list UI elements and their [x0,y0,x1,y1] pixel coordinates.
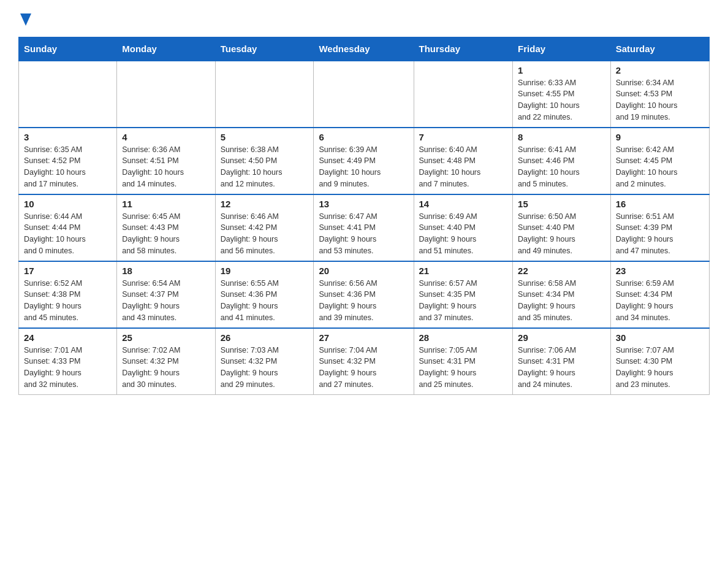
weekday-header-thursday: Thursday [414,37,513,61]
calendar-day-cell: 15Sunrise: 6:50 AM Sunset: 4:40 PM Dayli… [513,194,611,261]
calendar-week-row: 3Sunrise: 6:35 AM Sunset: 4:52 PM Daylig… [19,128,710,194]
day-number: 23 [616,266,704,276]
day-info: Sunrise: 6:58 AM Sunset: 4:34 PM Dayligh… [518,278,605,324]
day-info: Sunrise: 6:49 AM Sunset: 4:40 PM Dayligh… [419,211,508,257]
calendar-day-cell: 7Sunrise: 6:40 AM Sunset: 4:48 PM Daylig… [414,128,513,194]
calendar-day-cell: 28Sunrise: 7:05 AM Sunset: 4:31 PM Dayli… [414,328,513,395]
day-info: Sunrise: 6:52 AM Sunset: 4:38 PM Dayligh… [24,278,112,324]
logo [18,12,31,26]
day-info: Sunrise: 6:54 AM Sunset: 4:37 PM Dayligh… [122,278,210,324]
day-number: 11 [122,199,210,209]
calendar-day-cell: 22Sunrise: 6:58 AM Sunset: 4:34 PM Dayli… [513,261,611,328]
calendar-day-cell: 3Sunrise: 6:35 AM Sunset: 4:52 PM Daylig… [19,128,117,194]
day-info: Sunrise: 7:01 AM Sunset: 4:33 PM Dayligh… [24,345,112,391]
day-info: Sunrise: 6:34 AM Sunset: 4:53 PM Dayligh… [616,77,704,123]
weekday-header-monday: Monday [117,37,215,61]
day-number: 18 [122,266,210,276]
weekday-header-saturday: Saturday [610,37,709,61]
calendar-day-cell: 25Sunrise: 7:02 AM Sunset: 4:32 PM Dayli… [117,328,215,395]
calendar-day-cell [117,61,215,128]
calendar-day-cell: 18Sunrise: 6:54 AM Sunset: 4:37 PM Dayli… [117,261,215,328]
calendar-day-cell: 29Sunrise: 7:06 AM Sunset: 4:31 PM Dayli… [513,328,611,395]
day-info: Sunrise: 7:02 AM Sunset: 4:32 PM Dayligh… [122,345,210,391]
calendar-day-cell [314,61,414,128]
calendar-day-cell: 6Sunrise: 6:39 AM Sunset: 4:49 PM Daylig… [314,128,414,194]
weekday-header-friday: Friday [513,37,611,61]
day-number: 16 [616,199,704,209]
day-number: 17 [24,266,112,276]
calendar-day-cell: 11Sunrise: 6:45 AM Sunset: 4:43 PM Dayli… [117,194,215,261]
calendar-day-cell: 10Sunrise: 6:44 AM Sunset: 4:44 PM Dayli… [19,194,117,261]
day-info: Sunrise: 7:07 AM Sunset: 4:30 PM Dayligh… [616,345,704,391]
day-info: Sunrise: 6:33 AM Sunset: 4:55 PM Dayligh… [518,77,605,123]
day-number: 5 [221,132,309,142]
calendar-week-row: 1Sunrise: 6:33 AM Sunset: 4:55 PM Daylig… [19,61,710,128]
day-info: Sunrise: 6:46 AM Sunset: 4:42 PM Dayligh… [221,211,309,257]
day-info: Sunrise: 6:57 AM Sunset: 4:35 PM Dayligh… [419,278,508,324]
day-info: Sunrise: 6:51 AM Sunset: 4:39 PM Dayligh… [616,211,704,257]
calendar-day-cell: 19Sunrise: 6:55 AM Sunset: 4:36 PM Dayli… [215,261,314,328]
day-number: 7 [419,132,508,142]
calendar-day-cell: 5Sunrise: 6:38 AM Sunset: 4:50 PM Daylig… [215,128,314,194]
day-info: Sunrise: 7:06 AM Sunset: 4:31 PM Dayligh… [518,345,605,391]
day-info: Sunrise: 6:55 AM Sunset: 4:36 PM Dayligh… [221,278,309,324]
day-number: 14 [419,199,508,209]
day-info: Sunrise: 6:42 AM Sunset: 4:45 PM Dayligh… [616,144,704,190]
day-number: 30 [616,332,704,343]
day-info: Sunrise: 6:40 AM Sunset: 4:48 PM Dayligh… [419,144,508,190]
day-number: 10 [24,199,112,209]
day-number: 20 [319,266,408,276]
calendar-day-cell: 8Sunrise: 6:41 AM Sunset: 4:46 PM Daylig… [513,128,611,194]
day-info: Sunrise: 6:36 AM Sunset: 4:51 PM Dayligh… [122,144,210,190]
calendar-day-cell: 20Sunrise: 6:56 AM Sunset: 4:36 PM Dayli… [314,261,414,328]
day-info: Sunrise: 6:41 AM Sunset: 4:46 PM Dayligh… [518,144,605,190]
day-number: 28 [419,332,508,343]
day-info: Sunrise: 6:45 AM Sunset: 4:43 PM Dayligh… [122,211,210,257]
svg-marker-0 [20,13,31,26]
calendar-day-cell: 26Sunrise: 7:03 AM Sunset: 4:32 PM Dayli… [215,328,314,395]
calendar-day-cell: 13Sunrise: 6:47 AM Sunset: 4:41 PM Dayli… [314,194,414,261]
calendar-day-cell: 30Sunrise: 7:07 AM Sunset: 4:30 PM Dayli… [610,328,709,395]
day-number: 24 [24,332,112,343]
calendar-day-cell: 24Sunrise: 7:01 AM Sunset: 4:33 PM Dayli… [19,328,117,395]
calendar-day-cell: 16Sunrise: 6:51 AM Sunset: 4:39 PM Dayli… [610,194,709,261]
calendar-day-cell: 14Sunrise: 6:49 AM Sunset: 4:40 PM Dayli… [414,194,513,261]
day-number: 21 [419,266,508,276]
day-info: Sunrise: 6:56 AM Sunset: 4:36 PM Dayligh… [319,278,408,324]
calendar-day-cell: 17Sunrise: 6:52 AM Sunset: 4:38 PM Dayli… [19,261,117,328]
calendar-day-cell: 1Sunrise: 6:33 AM Sunset: 4:55 PM Daylig… [513,61,611,128]
day-info: Sunrise: 7:05 AM Sunset: 4:31 PM Dayligh… [419,345,508,391]
day-info: Sunrise: 6:50 AM Sunset: 4:40 PM Dayligh… [518,211,605,257]
day-number: 9 [616,132,704,142]
day-info: Sunrise: 6:44 AM Sunset: 4:44 PM Dayligh… [24,211,112,257]
day-number: 1 [518,65,605,75]
day-number: 26 [221,332,309,343]
day-number: 25 [122,332,210,343]
calendar-day-cell: 23Sunrise: 6:59 AM Sunset: 4:34 PM Dayli… [610,261,709,328]
day-info: Sunrise: 6:47 AM Sunset: 4:41 PM Dayligh… [319,211,408,257]
day-number: 6 [319,132,408,142]
day-number: 12 [221,199,309,209]
calendar-day-cell: 9Sunrise: 6:42 AM Sunset: 4:45 PM Daylig… [610,128,709,194]
calendar-day-cell: 2Sunrise: 6:34 AM Sunset: 4:53 PM Daylig… [610,61,709,128]
day-number: 19 [221,266,309,276]
calendar-day-cell: 21Sunrise: 6:57 AM Sunset: 4:35 PM Dayli… [414,261,513,328]
day-info: Sunrise: 7:03 AM Sunset: 4:32 PM Dayligh… [221,345,309,391]
logo-triangle-icon [20,13,31,28]
calendar-day-cell: 12Sunrise: 6:46 AM Sunset: 4:42 PM Dayli… [215,194,314,261]
day-number: 8 [518,132,605,142]
day-number: 4 [122,132,210,142]
calendar-day-cell: 4Sunrise: 6:36 AM Sunset: 4:51 PM Daylig… [117,128,215,194]
calendar-day-cell [414,61,513,128]
calendar-table: SundayMondayTuesdayWednesdayThursdayFrid… [18,37,710,395]
day-info: Sunrise: 6:39 AM Sunset: 4:49 PM Dayligh… [319,144,408,190]
weekday-header-tuesday: Tuesday [215,37,314,61]
day-number: 29 [518,332,605,343]
day-info: Sunrise: 6:38 AM Sunset: 4:50 PM Dayligh… [221,144,309,190]
calendar-week-row: 10Sunrise: 6:44 AM Sunset: 4:44 PM Dayli… [19,194,710,261]
day-number: 13 [319,199,408,209]
calendar-week-row: 17Sunrise: 6:52 AM Sunset: 4:38 PM Dayli… [19,261,710,328]
weekday-header-wednesday: Wednesday [314,37,414,61]
calendar-day-cell [19,61,117,128]
calendar-day-cell [215,61,314,128]
